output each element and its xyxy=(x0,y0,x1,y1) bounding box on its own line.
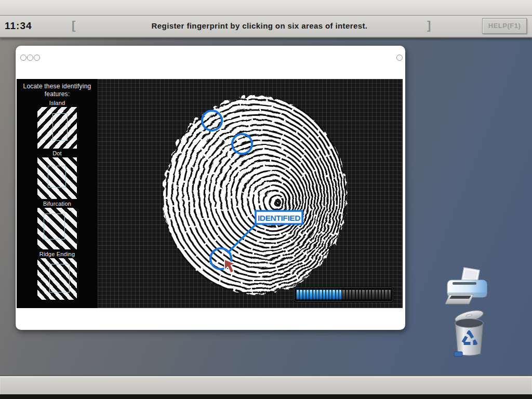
feature-island: Island xyxy=(17,100,98,149)
feature-bifurcation: Bifurcation xyxy=(17,201,98,249)
progress-segment xyxy=(369,290,371,299)
progress-segment xyxy=(342,290,344,299)
roi-outline xyxy=(52,113,68,141)
progress-segment xyxy=(359,290,361,299)
progress-segment xyxy=(382,290,384,299)
window-control-dot[interactable] xyxy=(20,55,26,61)
progress-bar xyxy=(294,287,393,302)
progress-segment xyxy=(329,290,331,299)
trash-icon[interactable] xyxy=(449,307,489,359)
feature-ridge-ending: Ridge Ending xyxy=(17,251,98,300)
progress-segment xyxy=(310,290,312,299)
fingerprint-app-window: Locate these identifying features: Islan… xyxy=(16,46,405,330)
roi-outline xyxy=(48,166,66,188)
progress-segment xyxy=(323,290,325,299)
bifurcation-thumbnail xyxy=(37,208,77,249)
progress-segment xyxy=(313,290,315,299)
status-bar: 11:34 [ Register fingerprint by clicking… xyxy=(0,16,532,38)
clock: 11:34 xyxy=(5,20,32,32)
printer-icon[interactable] xyxy=(443,265,491,309)
fingerprint-image: IDENTIFIED xyxy=(98,79,403,308)
sidebar-heading: Locate these identifying features: xyxy=(17,83,98,98)
ridge-ending-thumbnail xyxy=(37,258,77,300)
progress-segment xyxy=(300,290,302,299)
progress-segment xyxy=(307,290,309,299)
island-thumbnail xyxy=(37,107,77,149)
window-content: Locate these identifying features: Islan… xyxy=(16,79,405,308)
progress-segment xyxy=(339,290,341,299)
task-message: Register fingerprint by clicking on six … xyxy=(152,21,368,30)
bottom-shelf xyxy=(0,375,532,394)
roi-outline xyxy=(44,214,65,240)
roi-outline xyxy=(49,264,70,292)
progress-segment xyxy=(356,290,358,299)
top-wall xyxy=(0,0,532,16)
progress-segment xyxy=(326,290,328,299)
bracket-left: [ xyxy=(72,19,75,32)
progress-segment xyxy=(366,290,368,299)
progress-segment xyxy=(336,290,338,299)
progress-segment xyxy=(316,290,318,299)
floor-strip xyxy=(0,394,532,399)
progress-segment xyxy=(379,290,381,299)
feature-dot: Dot xyxy=(17,150,98,199)
window-control-dot[interactable] xyxy=(27,55,33,61)
progress-segment xyxy=(303,290,305,299)
dot-thumbnail xyxy=(37,157,77,199)
progress-segment xyxy=(297,290,299,299)
progress-segment xyxy=(349,290,351,299)
progress-segment xyxy=(362,290,364,299)
features-sidebar: Locate these identifying features: Islan… xyxy=(17,79,98,308)
window-control-dot[interactable] xyxy=(396,55,403,61)
fingerprint-canvas[interactable]: IDENTIFIED xyxy=(98,79,403,308)
progress-segment xyxy=(332,290,335,299)
window-control-dot[interactable] xyxy=(34,55,40,61)
progress-segment xyxy=(385,290,387,299)
progress-segment xyxy=(376,290,378,299)
desktop: Locate these identifying features: Islan… xyxy=(0,38,532,375)
bracket-right: ] xyxy=(427,19,431,32)
progress-segment xyxy=(346,290,348,299)
help-button[interactable]: HELP(F1) xyxy=(482,18,527,34)
progress-segment xyxy=(320,290,322,299)
progress-segment xyxy=(372,290,374,299)
identified-label: IDENTIFIED xyxy=(258,214,300,222)
window-titlebar xyxy=(16,46,405,79)
screen: 11:34 [ Register fingerprint by clicking… xyxy=(0,0,532,399)
progress-segment xyxy=(389,290,391,299)
progress-segment xyxy=(352,290,354,299)
